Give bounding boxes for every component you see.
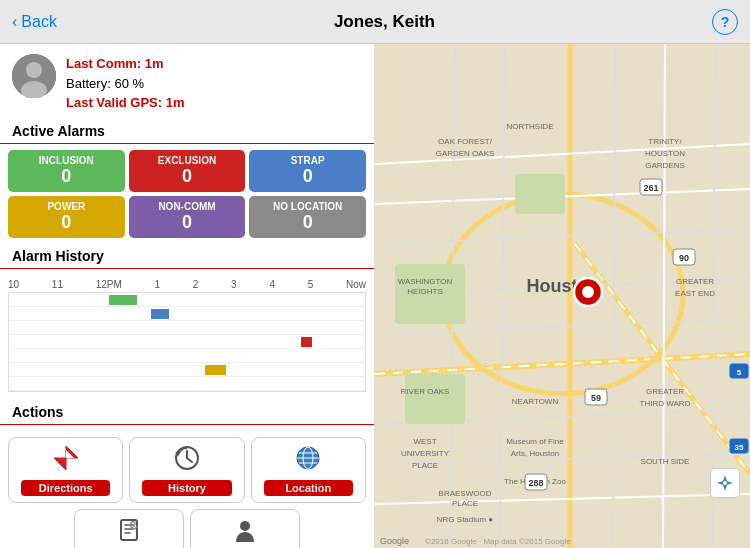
svg-text:WEST: WEST bbox=[413, 437, 436, 446]
alarm-history-chart: 10 11 12PM 1 2 3 4 5 Now bbox=[0, 275, 374, 396]
svg-text:GARDEN OAKS: GARDEN OAKS bbox=[436, 149, 495, 158]
location-globe-icon bbox=[294, 444, 322, 478]
svg-point-1 bbox=[26, 62, 42, 78]
svg-text:NORTHSIDE: NORTHSIDE bbox=[507, 122, 554, 131]
svg-text:GREATER: GREATER bbox=[676, 277, 714, 286]
alarm-power: POWER 0 bbox=[8, 196, 125, 238]
svg-text:WASHINGTON: WASHINGTON bbox=[398, 277, 453, 286]
alarm-inclusion: INCLUSION 0 bbox=[8, 150, 125, 192]
last-comm: Last Comm: 1m bbox=[66, 54, 185, 74]
svg-text:HEIGHTS: HEIGHTS bbox=[407, 287, 443, 296]
actions-title: Actions bbox=[0, 402, 374, 425]
actions-section: Actions Directions bbox=[0, 402, 374, 549]
svg-text:SOUTH SIDE: SOUTH SIDE bbox=[641, 457, 690, 466]
location-button[interactable]: Location bbox=[251, 437, 366, 503]
history-button[interactable]: History bbox=[129, 437, 244, 503]
svg-text:GARDENS: GARDENS bbox=[645, 161, 685, 170]
svg-text:RIVER OAKS: RIVER OAKS bbox=[401, 387, 450, 396]
svg-text:UNIVERSITY: UNIVERSITY bbox=[401, 449, 450, 458]
profile-info: Last Comm: 1m Battery: 60 % Last Valid G… bbox=[66, 54, 185, 113]
back-chevron-icon: ‹ bbox=[12, 13, 17, 31]
last-gps-label: Last Valid GPS: bbox=[66, 95, 162, 110]
action-buttons-row2: Documents Offender Info bbox=[0, 509, 374, 549]
alarm-history-title: Alarm History bbox=[0, 246, 374, 269]
svg-text:BRAESWOOD: BRAESWOOD bbox=[439, 489, 492, 498]
svg-rect-40 bbox=[515, 174, 565, 214]
svg-text:59: 59 bbox=[591, 393, 601, 403]
directions-button[interactable]: Directions bbox=[8, 437, 123, 503]
last-gps-value: 1m bbox=[166, 95, 185, 110]
svg-text:GREATER: GREATER bbox=[646, 387, 684, 396]
svg-text:NRG Stadium ●: NRG Stadium ● bbox=[437, 515, 494, 524]
documents-button[interactable]: Documents bbox=[74, 509, 184, 549]
map-panel[interactable]: Houston WASHINGTON HEIGHTS RIVER OAKS WE… bbox=[375, 44, 750, 548]
svg-point-76 bbox=[582, 286, 594, 298]
svg-text:EAST END: EAST END bbox=[675, 289, 715, 298]
battery-label: Battery: bbox=[66, 76, 111, 91]
svg-text:PLACE: PLACE bbox=[452, 499, 478, 508]
svg-text:261: 261 bbox=[643, 183, 658, 193]
chart-area bbox=[8, 292, 366, 392]
svg-text:PLACE: PLACE bbox=[412, 461, 438, 470]
help-button[interactable]: ? bbox=[712, 9, 738, 35]
last-gps: Last Valid GPS: 1m bbox=[66, 93, 185, 113]
offender-icon bbox=[231, 516, 259, 549]
svg-text:NEARTOWN: NEARTOWN bbox=[512, 397, 559, 406]
battery-value: 60 % bbox=[114, 76, 144, 91]
alarm-grid: INCLUSION 0 EXCLUSION 0 STRAP 0 POWER 0 … bbox=[0, 150, 374, 246]
svg-text:Arts, Houston: Arts, Houston bbox=[511, 449, 559, 458]
svg-text:HOUSTON: HOUSTON bbox=[645, 149, 685, 158]
battery: Battery: 60 % bbox=[66, 74, 185, 94]
svg-point-12 bbox=[240, 521, 250, 531]
alarm-strap: STRAP 0 bbox=[249, 150, 366, 192]
avatar bbox=[12, 54, 56, 98]
svg-point-82 bbox=[723, 481, 727, 485]
history-icon bbox=[173, 444, 201, 478]
alarm-history-section: Alarm History 10 11 12PM 1 2 3 4 5 Now bbox=[0, 246, 374, 402]
left-panel: Last Comm: 1m Battery: 60 % Last Valid G… bbox=[0, 44, 375, 548]
location-label: Location bbox=[264, 480, 353, 496]
history-label: History bbox=[142, 480, 231, 496]
active-alarms-title: Active Alarms bbox=[0, 121, 374, 144]
svg-text:TRINITY/: TRINITY/ bbox=[648, 137, 682, 146]
svg-text:OAK FOREST/: OAK FOREST/ bbox=[438, 137, 493, 146]
alarm-nolocation: NO LOCATION 0 bbox=[249, 196, 366, 238]
documents-icon bbox=[115, 516, 143, 549]
alarm-noncomm: NON-COMM 0 bbox=[129, 196, 246, 238]
map-location-button[interactable] bbox=[710, 468, 740, 498]
svg-text:THIRD WARD: THIRD WARD bbox=[640, 399, 691, 408]
svg-text:35: 35 bbox=[735, 443, 744, 452]
last-comm-label: Last Comm: bbox=[66, 56, 141, 71]
back-button[interactable]: ‹ Back bbox=[12, 13, 57, 31]
alarm-exclusion: EXCLUSION 0 bbox=[129, 150, 246, 192]
action-buttons-row1: Directions History bbox=[0, 431, 374, 509]
svg-text:©2016 Google · Map data ©2015 : ©2016 Google · Map data ©2015 Google bbox=[425, 537, 571, 546]
main-content: Last Comm: 1m Battery: 60 % Last Valid G… bbox=[0, 44, 750, 548]
svg-text:5: 5 bbox=[737, 368, 742, 377]
active-alarms-section: Active Alarms INCLUSION 0 EXCLUSION 0 ST… bbox=[0, 121, 374, 246]
directions-icon bbox=[52, 444, 80, 478]
svg-text:288: 288 bbox=[528, 478, 543, 488]
last-comm-value: 1m bbox=[145, 56, 164, 71]
svg-rect-39 bbox=[405, 374, 465, 424]
svg-text:Google: Google bbox=[380, 536, 409, 546]
svg-text:90: 90 bbox=[679, 253, 689, 263]
offender-info-button[interactable]: Offender Info bbox=[190, 509, 300, 549]
time-axis: 10 11 12PM 1 2 3 4 5 Now bbox=[8, 279, 366, 292]
profile-section: Last Comm: 1m Battery: 60 % Last Valid G… bbox=[0, 44, 374, 121]
back-label: Back bbox=[21, 13, 57, 31]
svg-text:Museum of Fine: Museum of Fine bbox=[506, 437, 564, 446]
top-bar: ‹ Back Jones, Keith ? bbox=[0, 0, 750, 44]
page-title: Jones, Keith bbox=[334, 12, 435, 32]
directions-label: Directions bbox=[21, 480, 110, 496]
